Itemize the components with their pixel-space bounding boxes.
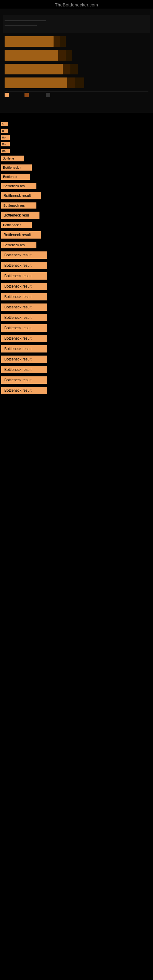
label-box-full-5: Bottleneck result	[1, 293, 47, 301]
label-box-bottleneck-result2: Bottleneck result	[1, 231, 41, 239]
labels-section: s B Bo Bo Bo Bottlene Bottleneck r Bottl…	[0, 119, 153, 400]
svg-rect-14	[5, 93, 9, 97]
label-row-s: s	[0, 122, 153, 126]
label-row-bottleneck-result2: Bottleneck result	[0, 231, 153, 239]
label-row-full-6: Bottleneck result	[0, 304, 153, 311]
label-row-full-1: Bottleneck result	[0, 251, 153, 259]
label-box-bottleneck-res2: Bottleneck res	[1, 202, 37, 208]
label-box-bottleneck-r2: Bottlenec	[1, 173, 30, 180]
svg-rect-7	[5, 50, 58, 60]
label-row-bottlene: Bottlene	[0, 156, 153, 161]
label-box-bottleneck-res3: Bottleneck res	[1, 242, 37, 248]
label-box-bottleneck-resu: Bottleneck resu	[1, 212, 40, 219]
label-row-bottleneck-r1: Bottleneck r	[0, 164, 153, 170]
chart-area	[0, 9, 153, 113]
label-box-bo1: Bo	[1, 135, 10, 140]
label-row-bo1: Bo	[0, 135, 153, 140]
label-row-full-2: Bottleneck result	[0, 262, 153, 269]
label-box-bottleneck-res1: Bottleneck res	[1, 183, 37, 189]
label-row-full-9: Bottleneck result	[0, 335, 153, 342]
label-row-bottleneck-res3: Bottleneck res	[0, 242, 153, 248]
label-row-bottleneck-resu: Bottleneck resu	[0, 212, 153, 219]
label-box-bottleneck-result1: Bottleneck result	[1, 192, 41, 199]
label-row-full-5: Bottleneck result	[0, 293, 153, 301]
label-row-full-4: Bottleneck result	[0, 283, 153, 290]
label-box-full-2: Bottleneck result	[1, 262, 47, 269]
label-row-full-11: Bottleneck result	[0, 356, 153, 363]
svg-rect-15	[24, 93, 29, 97]
label-box-b: B	[1, 129, 8, 133]
label-row-bottleneck-res2: Bottleneck res	[0, 202, 153, 208]
svg-rect-13	[5, 78, 67, 88]
svg-rect-4	[5, 36, 54, 47]
label-row-bo3: Bo	[0, 149, 153, 153]
label-box-full-14: Bottleneck result	[1, 387, 47, 394]
site-title: TheBottlenecker.com	[0, 0, 153, 9]
label-box-full-11: Bottleneck result	[1, 356, 47, 363]
label-box-full-12: Bottleneck result	[1, 366, 47, 373]
label-box-s: s	[1, 122, 8, 126]
label-row-full-7: Bottleneck result	[0, 314, 153, 321]
label-box-bottlene: Bottlene	[1, 156, 24, 161]
label-box-full-9: Bottleneck result	[1, 335, 47, 342]
label-box-full-6: Bottleneck result	[1, 304, 47, 311]
label-row-bo2: Bo	[0, 142, 153, 146]
label-row-full-3: Bottleneck result	[0, 272, 153, 280]
label-box-full-3: Bottleneck result	[1, 272, 47, 280]
svg-rect-16	[46, 93, 50, 97]
label-box-bottleneck-r1: Bottleneck r	[1, 164, 32, 170]
label-box-bottleneck-r3: Bottleneck r	[1, 222, 32, 228]
label-box-full-4: Bottleneck result	[1, 283, 47, 290]
label-row-bottleneck-result1: Bottleneck result	[0, 192, 153, 199]
label-box-full-8: Bottleneck result	[1, 324, 47, 332]
svg-rect-10	[5, 64, 63, 75]
label-box-full-10: Bottleneck result	[1, 345, 47, 353]
label-box-bo3: Bo	[1, 149, 10, 153]
label-box-full-7: Bottleneck result	[1, 314, 47, 321]
label-row-full-10: Bottleneck result	[0, 345, 153, 353]
label-row-full-8: Bottleneck result	[0, 324, 153, 332]
label-row-bottleneck-r2: Bottlenec	[0, 173, 153, 180]
label-row-full-13: Bottleneck result	[0, 376, 153, 384]
label-box-full-1: Bottleneck result	[1, 251, 47, 259]
label-row-full-12: Bottleneck result	[0, 366, 153, 373]
label-box-bo2: Bo	[1, 142, 10, 146]
label-row-bottleneck-res1: Bottleneck res	[0, 183, 153, 189]
svg-rect-1	[3, 15, 150, 33]
label-row-bottleneck-r3: Bottleneck r	[0, 222, 153, 228]
label-row-full-14: Bottleneck result	[0, 387, 153, 394]
label-box-full-13: Bottleneck result	[1, 376, 47, 384]
label-row-b: B	[0, 129, 153, 133]
